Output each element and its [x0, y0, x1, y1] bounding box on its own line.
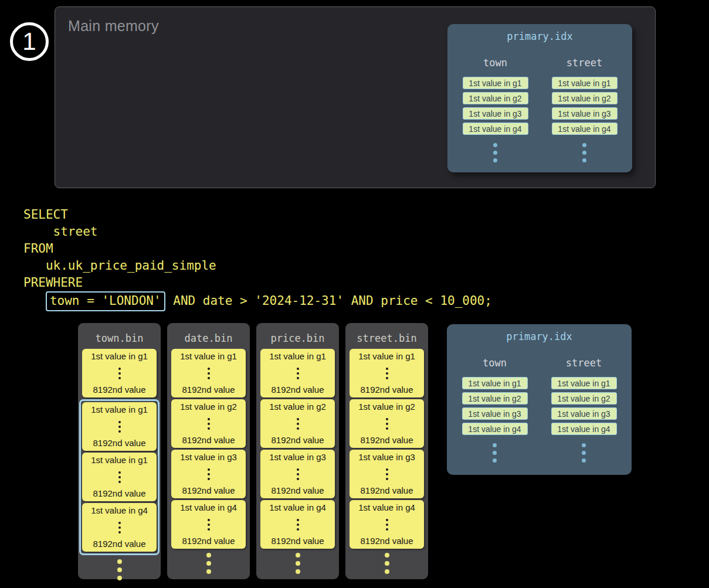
- ellipsis-dot: [208, 468, 210, 471]
- granule-first-value: 1st value in g3: [180, 452, 237, 463]
- ellipsis-dot: [297, 524, 299, 526]
- ellipsis-dot: [297, 473, 299, 475]
- granule-first-value: 1st value in g1: [91, 405, 148, 415]
- column-file-date.bin: date.bin1st value in g18192nd value1st v…: [167, 323, 250, 579]
- index-entry-chip: 1st value in g2: [552, 92, 618, 104]
- granule-block: 1st value in g38192nd value: [350, 450, 424, 498]
- granule-ellipsis: [118, 471, 121, 483]
- ellipsis-dot: [296, 561, 300, 566]
- granule-ellipsis: [386, 418, 388, 430]
- granule-ellipsis: [208, 418, 210, 430]
- ellipsis-dot: [385, 569, 389, 574]
- ellipsis-dot: [208, 478, 210, 480]
- column-file-price.bin: price.bin1st value in g18192nd value1st …: [256, 323, 339, 579]
- granule-ellipsis: [118, 421, 121, 433]
- granule-ellipsis: [118, 522, 121, 533]
- ellipsis-dot: [118, 368, 121, 370]
- ellipsis-dot: [386, 473, 388, 475]
- ellipsis-dot: [118, 372, 121, 375]
- column-file-title: date.bin: [167, 323, 250, 344]
- ellipsis-dot: [208, 423, 210, 425]
- ellipsis-dot: [297, 423, 299, 425]
- ellipsis-dot: [582, 158, 586, 162]
- column-file-title: street.bin: [345, 323, 428, 344]
- granule-block: 1st value in g28192nd value: [350, 399, 424, 448]
- granule-last-value: 8192nd value: [271, 435, 324, 446]
- granule-last-value: 8192nd value: [93, 385, 145, 395]
- ellipsis-dot: [386, 368, 388, 370]
- column-file-ellipsis: [167, 553, 250, 574]
- index-entry-chip: 1st value in g4: [552, 123, 618, 135]
- granule-ellipsis: [297, 418, 299, 430]
- ellipsis-dot: [386, 519, 388, 521]
- granule-block: 1st value in g18192nd value: [350, 349, 424, 397]
- index-column-ellipsis: [582, 443, 586, 463]
- granule-first-value: 1st value in g1: [358, 351, 415, 362]
- index-entry-chip: 1st value in g1: [463, 77, 528, 89]
- index-entry-chip: 1st value in g3: [463, 107, 528, 120]
- ellipsis-dot: [385, 553, 389, 558]
- main-memory-box: Main memory primary.idxtown1st value in …: [55, 6, 656, 188]
- primary-idx-panel-memory: primary.idxtown1st value in g11st value …: [447, 24, 632, 172]
- ellipsis-dot: [118, 430, 121, 433]
- ellipsis-dot: [582, 143, 586, 147]
- ellipsis-dot: [118, 421, 121, 423]
- column-file-street.bin: street.bin1st value in g18192nd value1st…: [345, 323, 428, 579]
- ellipsis-dot: [386, 427, 388, 430]
- primary-idx-title: primary.idx: [447, 24, 632, 42]
- granule-last-value: 8192nd value: [271, 536, 324, 546]
- index-column-ellipsis: [493, 443, 497, 463]
- granule-last-value: 8192nd value: [360, 536, 413, 546]
- ellipsis-dot: [386, 524, 388, 526]
- ellipsis-dot: [582, 443, 586, 447]
- ellipsis-dot: [117, 559, 122, 564]
- ellipsis-dot: [297, 519, 299, 521]
- granule-last-value: 8192nd value: [271, 385, 324, 395]
- selected-granules-outline: 1st value in g18192nd value1st value in …: [79, 399, 160, 555]
- granule-last-value: 8192nd value: [93, 539, 145, 549]
- granule-first-value: 1st value in g4: [358, 502, 415, 513]
- ellipsis-dot: [296, 569, 300, 574]
- sql-prewhere-condition: town = 'LONDON' AND date > '2024-12-31' …: [23, 294, 492, 308]
- ellipsis-dot: [297, 427, 299, 430]
- sql-lines: SELECT street FROM uk.uk_price_paid_simp…: [23, 208, 216, 290]
- index-column-header: town: [483, 57, 507, 69]
- ellipsis-dot: [493, 443, 497, 447]
- index-column-header: town: [483, 357, 507, 369]
- ellipsis-dot: [206, 553, 211, 558]
- index-entry-chip: 1st value in g3: [552, 107, 618, 120]
- granule-last-value: 8192nd value: [271, 485, 324, 496]
- ellipsis-dot: [386, 423, 388, 425]
- ellipsis-dot: [118, 471, 121, 474]
- granule-first-value: 1st value in g2: [269, 402, 326, 412]
- ellipsis-dot: [297, 377, 299, 379]
- ellipsis-dot: [208, 519, 210, 521]
- sql-prewhere-rest: AND date > '2024-12-31' AND price < 10_0…: [166, 294, 492, 308]
- index-column-header: street: [566, 357, 602, 369]
- ellipsis-dot: [206, 569, 211, 574]
- step-1-badge: 1: [10, 22, 49, 61]
- ellipsis-dot: [582, 458, 586, 463]
- granule-last-value: 8192nd value: [93, 488, 145, 499]
- ellipsis-dot: [208, 368, 210, 370]
- ellipsis-dot: [386, 418, 388, 420]
- granule-last-value: 8192nd value: [182, 485, 235, 496]
- ellipsis-dot: [297, 478, 299, 480]
- ellipsis-dot: [582, 451, 586, 455]
- ellipsis-dot: [385, 561, 389, 566]
- granule-first-value: 1st value in g1: [180, 351, 237, 362]
- granule-block: 1st value in g48192nd value: [82, 503, 157, 552]
- ellipsis-dot: [386, 372, 388, 375]
- index-entry-chip: 1st value in g2: [463, 92, 528, 104]
- ellipsis-dot: [297, 468, 299, 471]
- diagram-canvas: 1 Main memory primary.idxtown1st value i…: [0, 0, 709, 588]
- sql-indent: [23, 294, 46, 308]
- granule-ellipsis: [118, 368, 121, 379]
- column-file-ellipsis: [345, 553, 428, 574]
- index-columns: town1st value in g11st value in g21st va…: [447, 357, 632, 463]
- granule-first-value: 1st value in g1: [269, 351, 326, 362]
- ellipsis-dot: [296, 553, 300, 558]
- ellipsis-dot: [493, 151, 497, 155]
- ellipsis-dot: [208, 418, 210, 420]
- index-entry-chip: 1st value in g2: [462, 392, 528, 405]
